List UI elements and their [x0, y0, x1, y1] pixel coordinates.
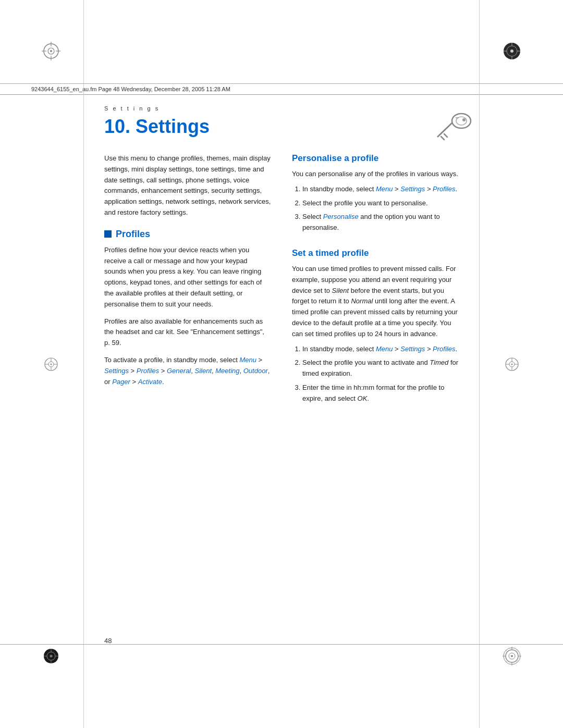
profiles-description-2: Profiles are also available for enhancem… — [104, 316, 271, 349]
corner-marker-tr — [503, 42, 521, 60]
personalise-sep2: > — [425, 185, 433, 193]
timed-step1-start: In standby mode, select — [302, 345, 376, 353]
svg-point-43 — [511, 363, 513, 365]
svg-line-30 — [506, 650, 508, 652]
svg-point-36 — [51, 363, 52, 365]
personalise-steps: In standby mode, select Menu > Settings … — [292, 184, 459, 233]
timed-period: . — [455, 345, 457, 353]
personalise-intro: You can personalise any of the profiles … — [292, 169, 459, 180]
timed-sep2: > — [425, 345, 433, 353]
corner-marker-bl — [42, 647, 60, 665]
profiles-menu-link: Menu — [239, 356, 256, 364]
profiles-sep4: > — [130, 378, 138, 386]
right-column: Personalise a profile You can personalis… — [292, 153, 459, 408]
timed-timed-link: Timed — [430, 359, 448, 366]
profiles-sep2: > — [129, 367, 137, 375]
timed-profile-heading: Set a timed profile — [292, 248, 459, 258]
profiles-general-link: General — [167, 367, 191, 375]
chapter-title-text: Settings — [136, 116, 210, 137]
profiles-activate-start: To activate a profile, in standby mode, … — [104, 356, 239, 364]
timed-step-3: Enter the time in hh:mm format for the p… — [302, 382, 459, 404]
personalise-step-2: Select the profile you want to personali… — [302, 198, 459, 209]
svg-line-51 — [444, 134, 447, 137]
header-bar: 9243644_6155_en_au.fm Page 48 Wednesday,… — [0, 83, 563, 95]
timed-menu-link: Menu — [376, 345, 393, 353]
top-border-line — [0, 83, 563, 84]
corner-marker-tl — [42, 42, 60, 60]
personalise-menu-link: Menu — [376, 185, 393, 193]
chapter-number: 10. — [104, 116, 130, 137]
svg-point-48 — [452, 114, 471, 128]
profiles-description-1: Profiles define how your device reacts w… — [104, 245, 271, 310]
svg-point-54 — [462, 118, 466, 121]
timed-step3-end: . — [367, 394, 369, 402]
chapter-title: 10. Settings — [104, 116, 459, 138]
intro-paragraph: Use this menu to change profiles, themes… — [104, 153, 271, 218]
left-column: Use this menu to change profiles, themes… — [104, 153, 271, 408]
bottom-border-line — [0, 644, 563, 645]
timed-profile-intro: You can use timed profiles to prevent mi… — [292, 264, 459, 340]
profiles-heading: Profiles — [104, 229, 271, 240]
timed-step-1: In standby mode, select Menu > Settings … — [302, 344, 459, 355]
svg-line-52 — [441, 137, 444, 140]
profiles-comma3: , — [240, 367, 243, 375]
two-column-layout: Use this menu to change profiles, themes… — [104, 153, 459, 408]
profiles-pager-link: Pager — [112, 378, 130, 386]
key-icon-area — [433, 109, 474, 146]
timed-silent-link: Silent — [332, 287, 349, 294]
personalise-step-1: In standby mode, select Menu > Settings … — [302, 184, 459, 195]
timed-step-2: Select the profile you want to activate … — [302, 357, 459, 379]
profiles-bullet — [104, 230, 112, 238]
left-border-line — [83, 0, 84, 728]
profiles-heading-text: Profiles — [116, 229, 150, 240]
timed-profiles-link: Profiles — [433, 345, 455, 353]
personalise-heading: Personalise a profile — [292, 153, 459, 164]
personalise-link: Personalise — [323, 213, 359, 220]
page-number: 48 — [104, 637, 112, 645]
personalise-section: Personalise a profile You can personalis… — [292, 153, 459, 233]
profiles-sep3: > — [159, 367, 167, 375]
personalise-step2-text: Select the profile you want to personali… — [302, 199, 428, 207]
profiles-settings-link: Settings — [104, 367, 129, 375]
timed-step3-start: Enter the time in hh:mm format for the p… — [302, 384, 444, 402]
content-area: S e t t i n g s 10. Settings Use this me… — [104, 95, 459, 408]
personalise-sep1: > — [393, 185, 400, 193]
timed-profile-steps: In standby mode, select Menu > Settings … — [292, 344, 459, 404]
profiles-meeting-link: Meeting — [215, 367, 239, 375]
svg-point-25 — [511, 655, 513, 657]
corner-marker-br — [503, 647, 521, 665]
corner-marker-mid-left — [42, 355, 60, 374]
page: 9243644_6155_en_au.fm Page 48 Wednesday,… — [0, 0, 563, 728]
personalise-settings-link: Settings — [400, 185, 425, 193]
svg-point-2 — [50, 50, 52, 52]
timed-settings-link: Settings — [400, 345, 425, 353]
svg-point-10 — [510, 50, 513, 53]
timed-sep1: > — [393, 345, 400, 353]
right-border-line — [479, 0, 480, 728]
timed-normal-link: Normal — [351, 297, 373, 305]
profiles-profiles-link: Profiles — [137, 367, 159, 375]
profiles-sep1: > — [256, 356, 262, 364]
personalise-profiles-link: Profiles — [433, 185, 455, 193]
personalise-step-3: Select Personalise and the option you wa… — [302, 212, 459, 233]
personalise-step3-start: Select — [302, 213, 323, 220]
timed-ok-link: OK — [358, 394, 368, 402]
profiles-outdoor-link: Outdoor — [243, 367, 268, 375]
corner-marker-mid-right — [503, 355, 521, 374]
profiles-activate-link: Activate — [138, 378, 162, 386]
svg-line-32 — [506, 660, 508, 662]
profiles-silent-link: Silent — [194, 367, 212, 375]
file-info: 9243644_6155_en_au.fm Page 48 Wednesday,… — [31, 86, 230, 92]
profiles-period: . — [162, 378, 164, 386]
svg-point-17 — [50, 655, 53, 658]
profiles-activate-text: To activate a profile, in standby mode, … — [104, 355, 271, 387]
personalise-period: . — [455, 185, 457, 193]
timed-profile-section: Set a timed profile You can use timed pr… — [292, 248, 459, 404]
timed-step2-start: Select the profile you want to activate … — [302, 359, 430, 366]
section-label: S e t t i n g s — [104, 105, 459, 112]
personalise-step1-start: In standby mode, select — [302, 185, 376, 193]
